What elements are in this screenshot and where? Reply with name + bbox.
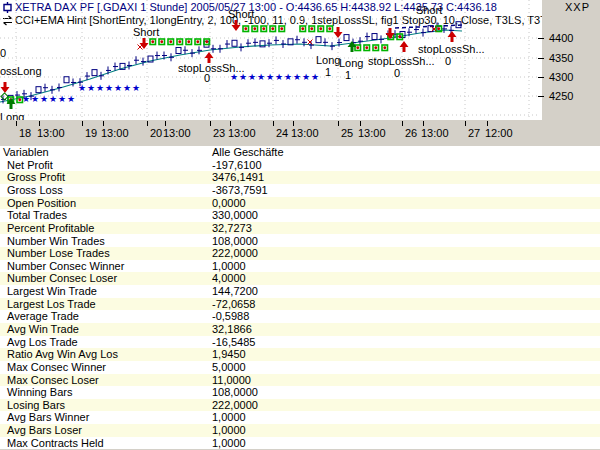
x-axis-label: 26 bbox=[405, 127, 417, 139]
x-axis: 1813:001913:002013:002313:002413:002513:… bbox=[0, 120, 600, 140]
stats-row: Winning Bars108,0000 bbox=[0, 386, 600, 399]
stats-variable: Number Consec Loser bbox=[0, 272, 212, 285]
y-axis-label: 4350 bbox=[549, 52, 573, 64]
stats-row: Largest Win Trade144,7200 bbox=[0, 285, 600, 298]
x-axis-label: 18 bbox=[19, 127, 31, 139]
star-marker: ★ bbox=[87, 83, 95, 93]
signal-dot bbox=[151, 40, 154, 43]
x-axis-label: 13:00 bbox=[358, 127, 386, 139]
stats-value: 4,0000 bbox=[212, 272, 246, 285]
x-axis-label: 13:00 bbox=[101, 127, 129, 139]
star-marker: ★ bbox=[49, 94, 57, 104]
x-axis-label: 13:00 bbox=[163, 127, 191, 139]
stats-header-row: Variablen Alle Geschäfte bbox=[0, 146, 600, 159]
signal-dot bbox=[328, 27, 331, 30]
trade-label: 1 bbox=[345, 69, 351, 81]
stats-value: -0,5988 bbox=[212, 310, 249, 323]
trade-label: 0 bbox=[204, 72, 210, 84]
x-axis-tick bbox=[423, 121, 424, 126]
trade-label: stopLossSh... bbox=[418, 43, 485, 55]
signal-dot bbox=[310, 27, 313, 30]
stats-header-value: Alle Geschäfte bbox=[212, 146, 284, 159]
star-marker: ★ bbox=[58, 94, 66, 104]
stats-row: Avg Bars Loser1,0000 bbox=[0, 424, 600, 437]
x-axis-tick bbox=[230, 121, 231, 126]
price-bar bbox=[176, 47, 181, 53]
x-axis-label: 24 bbox=[276, 127, 288, 139]
stats-value: 108,0000 bbox=[212, 235, 258, 248]
price-bar bbox=[232, 40, 237, 46]
x-axis-tick bbox=[39, 121, 40, 126]
stats-value: 5,0000 bbox=[212, 361, 246, 374]
price-bar bbox=[92, 70, 97, 76]
x-axis-tick bbox=[293, 121, 294, 126]
star-marker: ★ bbox=[114, 83, 122, 93]
signal-dot bbox=[383, 46, 386, 49]
price-bar bbox=[36, 87, 41, 93]
star-marker: ★ bbox=[284, 72, 292, 82]
stats-row: Total Trades330,0000 bbox=[0, 209, 600, 222]
stats-table: Variablen Alle Geschäfte Net Profit-197,… bbox=[0, 146, 600, 449]
stats-value: 3476,1491 bbox=[212, 171, 264, 184]
star-marker: ★ bbox=[78, 83, 86, 93]
stats-variable: Percent Profitable bbox=[0, 222, 212, 235]
stats-value: 32,7273 bbox=[212, 222, 252, 235]
stats-variable: Max Contracts Held bbox=[0, 437, 212, 450]
stats-value: -197,6100 bbox=[212, 159, 262, 172]
stats-variable: Gross Profit bbox=[0, 171, 212, 184]
trade-label: 0 bbox=[0, 47, 6, 59]
stats-value: 0,0000 bbox=[212, 197, 246, 210]
x-axis-label: 19 bbox=[85, 127, 97, 139]
x-axis-label: 25 bbox=[341, 127, 353, 139]
stats-value: 1,0000 bbox=[212, 424, 246, 437]
x-axis-tick bbox=[402, 121, 403, 126]
stats-value: 1,0000 bbox=[212, 260, 246, 273]
signal-dot bbox=[262, 27, 265, 30]
signal-dot bbox=[301, 27, 304, 30]
stats-variable: Total Trades bbox=[0, 209, 212, 222]
x-axis-label: 13:00 bbox=[421, 127, 449, 139]
stats-row: Avg Win Trade32,1866 bbox=[0, 323, 600, 336]
signal-dot bbox=[365, 46, 368, 49]
stats-value: -16,5485 bbox=[212, 336, 255, 349]
stats-variable: Number Lose Trades bbox=[0, 247, 212, 260]
x-axis-tick bbox=[16, 121, 17, 126]
signal-dot bbox=[280, 27, 283, 30]
stats-row: Largest Los Trade-72,0658 bbox=[0, 298, 600, 311]
stats-value: 144,7200 bbox=[212, 285, 258, 298]
signal-dot bbox=[437, 27, 440, 30]
trade-label: 0 bbox=[394, 67, 400, 79]
stats-variable: Losing Bars bbox=[0, 399, 212, 412]
star-marker: ★ bbox=[257, 72, 265, 82]
x-axis-tick bbox=[360, 121, 361, 126]
stats-variable: Ratio Avg Win Avg Los bbox=[0, 348, 212, 361]
x-axis-label: 12:00 bbox=[485, 127, 513, 139]
window-controls[interactable]: XXP bbox=[565, 1, 590, 13]
trade-label: ossLong bbox=[0, 65, 42, 77]
star-marker: ★ bbox=[266, 72, 274, 82]
y-axis-label: 4250 bbox=[549, 90, 573, 102]
signal-dot bbox=[319, 27, 322, 30]
trade-label: Short bbox=[133, 26, 159, 38]
price-chart-pane[interactable]: XETRA DAX PF [.GDAXI 1 Stunde] 2005/05/2… bbox=[0, 0, 542, 120]
star-marker: ★ bbox=[302, 72, 310, 82]
stats-variable: Net Profit bbox=[0, 159, 212, 172]
signal-dot bbox=[253, 27, 256, 30]
signal-dot bbox=[205, 40, 208, 43]
x-axis-tick bbox=[103, 121, 104, 126]
star-marker: ★ bbox=[275, 72, 283, 82]
star-marker: ★ bbox=[248, 72, 256, 82]
star-marker: ★ bbox=[31, 94, 39, 104]
x-axis-tick bbox=[487, 121, 488, 126]
price-bar bbox=[64, 77, 69, 83]
x-axis-tick bbox=[82, 121, 83, 126]
signal-dot bbox=[18, 98, 21, 101]
stats-variable: Gross Loss bbox=[0, 184, 212, 197]
y-axis-label: 4400 bbox=[549, 32, 573, 44]
star-marker: ★ bbox=[96, 83, 104, 93]
signal-dot bbox=[160, 40, 163, 43]
stats-row: Losing Bars222,0000 bbox=[0, 399, 600, 412]
star-marker: ★ bbox=[293, 72, 301, 82]
x-axis-label: 13:00 bbox=[291, 127, 319, 139]
star-marker: ★ bbox=[132, 83, 140, 93]
